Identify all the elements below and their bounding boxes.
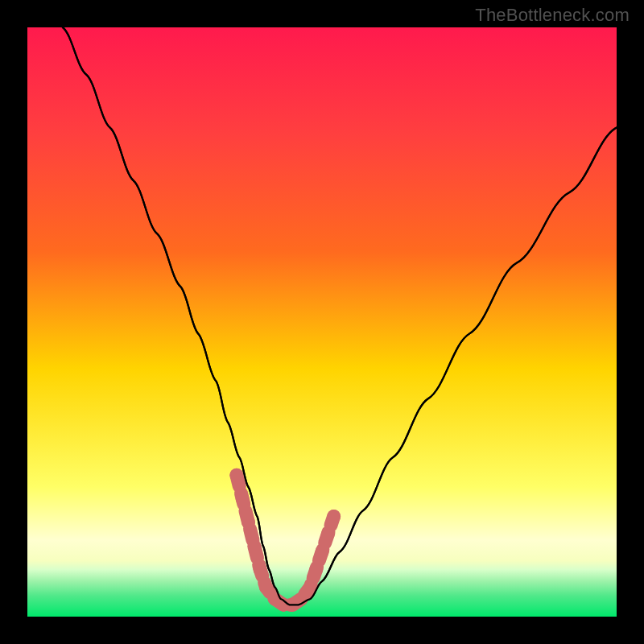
chart-frame: TheBottleneck.com	[0, 0, 644, 644]
plot-area	[27, 27, 617, 617]
chart-svg	[27, 27, 617, 617]
svg-rect-0	[27, 27, 617, 617]
watermark-text: TheBottleneck.com	[475, 5, 630, 26]
